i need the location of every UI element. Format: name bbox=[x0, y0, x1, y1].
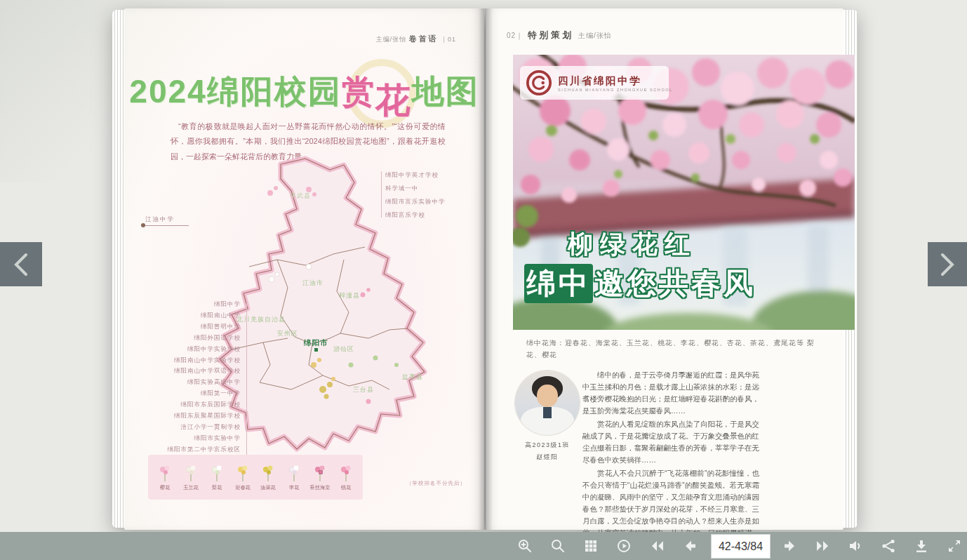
region-label-anzhou: 安州区 bbox=[277, 330, 298, 337]
right-bracket-line bbox=[381, 171, 382, 218]
thumbnails-grid-icon bbox=[583, 538, 599, 554]
left-page[interactable]: 主编/张怡 卷首语 ｜01 2024绵阳校园赏花地图 “教育的极致就是唤起人面对… bbox=[124, 8, 484, 530]
first-page-icon bbox=[650, 538, 665, 554]
article-paragraph: 绵中的春，是于云亭倚月季邂逅的红霞；是风华苑中玉兰揉和的月色；是载才露上山茶浓抹… bbox=[582, 369, 759, 417]
next-page-button[interactable] bbox=[779, 535, 800, 556]
photo-title-rest: 邀您共春风 bbox=[594, 267, 756, 300]
legend-item: 玉兰花 bbox=[179, 463, 203, 491]
legend-label: 油菜花 bbox=[261, 484, 276, 491]
sound-icon bbox=[848, 538, 863, 554]
flower-icon bbox=[182, 463, 200, 483]
legend-note: （学校排名不分先后） bbox=[406, 480, 466, 487]
title-accent-2: 花 bbox=[375, 77, 412, 124]
flower-legend: 樱花 玉兰花 梨花 迎春花 油菜花 李花 bbox=[148, 455, 363, 500]
school-item: 绵阳市第二中学富乐校区 bbox=[135, 444, 241, 455]
fullscreen-button[interactable] bbox=[944, 535, 965, 556]
school-item: 绵阳中学 bbox=[135, 299, 241, 310]
flipbook-viewer: 主编/张怡 卷首语 ｜01 2024绵阳校园赏花地图 “教育的极致就是唤起人面对… bbox=[0, 0, 967, 560]
prev-spread-button[interactable] bbox=[0, 242, 42, 286]
mianyang-marker bbox=[314, 348, 318, 352]
photo-title-highlight: 绵中 bbox=[524, 264, 593, 303]
school-item: 绵阳富乐学校 bbox=[385, 208, 446, 222]
left-page-header: 主编/张怡 卷首语 ｜01 bbox=[376, 34, 456, 44]
flower-icon bbox=[208, 463, 226, 483]
region-label-zitong: 梓潼县 bbox=[339, 292, 360, 299]
cherry-blossom-photo: 四川省绵阳中学 SICHUAN MIANYANG ZHONGXUE SCHOOL… bbox=[513, 55, 855, 330]
previous-page-button[interactable] bbox=[680, 535, 701, 556]
page-number: 01 bbox=[448, 36, 456, 43]
share-icon bbox=[881, 538, 896, 554]
page-title: 2024绵阳校园赏花地图 bbox=[124, 67, 484, 114]
zoom-in-icon bbox=[517, 538, 533, 554]
school-logo-chip: 四川省绵阳中学 SICHUAN MIANYANG ZHONGXUE SCHOOL bbox=[520, 66, 669, 100]
book-spine-shadow bbox=[479, 8, 493, 530]
autoplay-button[interactable] bbox=[613, 535, 634, 556]
next-page-icon bbox=[782, 538, 797, 554]
share-button[interactable] bbox=[878, 535, 899, 556]
title-accent-1: 赏 bbox=[342, 73, 375, 109]
download-button[interactable] bbox=[911, 535, 932, 556]
legend-item: 迎春花 bbox=[231, 463, 255, 491]
legend-label: 迎春花 bbox=[235, 484, 251, 491]
download-icon bbox=[914, 538, 929, 554]
legend-label: 桃花 bbox=[340, 484, 350, 491]
school-item: 绵阳实验高级中学 bbox=[135, 377, 241, 388]
region-label-beichuan: 北川羌族自治县 bbox=[236, 316, 286, 323]
school-item: 绵阳中学实验学校 bbox=[135, 344, 241, 355]
label-jiangyou-school: 江油中学 bbox=[145, 215, 175, 224]
section-title: 特别策划 bbox=[528, 30, 574, 40]
zoom-in-button[interactable] bbox=[514, 535, 535, 556]
portrait-caption: 高2023级1班 赵煜阳 bbox=[507, 439, 588, 463]
chevron-left-icon bbox=[9, 249, 33, 280]
search-icon bbox=[550, 538, 566, 554]
region-label-santai: 三台县 bbox=[353, 386, 374, 393]
school-item: 绵阳普明中学 bbox=[135, 321, 241, 333]
legend-label: 玉兰花 bbox=[183, 484, 199, 491]
student-portrait bbox=[515, 371, 580, 435]
photo-title-line1: 柳绿花红 bbox=[568, 227, 697, 262]
search-button[interactable] bbox=[547, 535, 568, 556]
legend-label: 李花 bbox=[289, 484, 299, 491]
right-school-labels: 绵阳中学英才学校 科学城一中 绵阳市富乐实验中学 绵阳富乐学校 bbox=[385, 168, 446, 222]
thumbnails-button[interactable] bbox=[580, 535, 601, 556]
school-item: 绵阳市东辰国际学校 bbox=[135, 399, 241, 411]
school-item: 绵阳市富乐实验中学 bbox=[385, 195, 446, 208]
first-page-button[interactable] bbox=[647, 535, 668, 556]
right-page-header: 02｜特别策划主编/张怡 bbox=[507, 29, 612, 41]
flower-icon bbox=[285, 463, 303, 483]
school-item: 绵阳南山中学实验学校 bbox=[135, 355, 241, 366]
previous-page-icon bbox=[683, 538, 698, 554]
legend-label: 垂丝海棠 bbox=[309, 484, 330, 491]
right-page[interactable]: 02｜特别策划主编/张怡 bbox=[486, 8, 843, 530]
photo-title-line2: 绵中邀您共春风 bbox=[524, 264, 756, 303]
flower-icon bbox=[311, 463, 329, 483]
section-title: 卷首语 bbox=[409, 34, 439, 43]
portrait-class: 高2023级1班 bbox=[507, 439, 588, 451]
sound-button[interactable] bbox=[845, 535, 866, 556]
school-item: 绵阳南山中学 bbox=[135, 310, 241, 321]
last-page-button[interactable] bbox=[812, 535, 833, 556]
school-item: 绵阳第一中学 bbox=[135, 388, 241, 399]
page-indicator-input[interactable]: 42-43/84 bbox=[711, 534, 771, 559]
list-bracket-line bbox=[246, 303, 247, 456]
school-item: 绵阳中学英才学校 bbox=[385, 168, 446, 182]
school-name-cn: 四川省绵阳中学 bbox=[558, 74, 673, 88]
school-item: 绵阳南山中学双语学校 bbox=[135, 366, 241, 377]
region-label-youxian: 游仙区 bbox=[333, 345, 354, 352]
flower-icon bbox=[337, 463, 355, 483]
school-item: 绵阳东辰聚星国际学校 bbox=[135, 411, 241, 422]
title-prefix: 2024绵阳校园 bbox=[129, 73, 341, 109]
next-spread-button[interactable] bbox=[928, 242, 967, 286]
school-list: 绵阳中学 绵阳南山中学 绵阳普明中学 绵阳外国语学校 绵阳中学实验学校 绵阳南山… bbox=[135, 299, 241, 455]
legend-item: 垂丝海棠 bbox=[308, 463, 332, 491]
legend-item: 油菜花 bbox=[256, 463, 280, 491]
school-item: 科学城一中 bbox=[385, 182, 446, 195]
article-paragraph: 赏花的人看见绽馥的东风点染了向阳花，于是风交融成了风，于是花瓣绽放成了花。于万象… bbox=[582, 418, 759, 466]
legend-label: 梨花 bbox=[212, 484, 222, 491]
school-name-en: SICHUAN MIANYANG ZHONGXUE SCHOOL bbox=[558, 88, 673, 92]
leader-dot bbox=[141, 223, 145, 227]
legend-item: 樱花 bbox=[153, 463, 177, 491]
editor-credit: 主编/张怡 bbox=[578, 32, 612, 39]
portrait-collar bbox=[543, 407, 552, 418]
legend-label: 樱花 bbox=[160, 484, 170, 491]
